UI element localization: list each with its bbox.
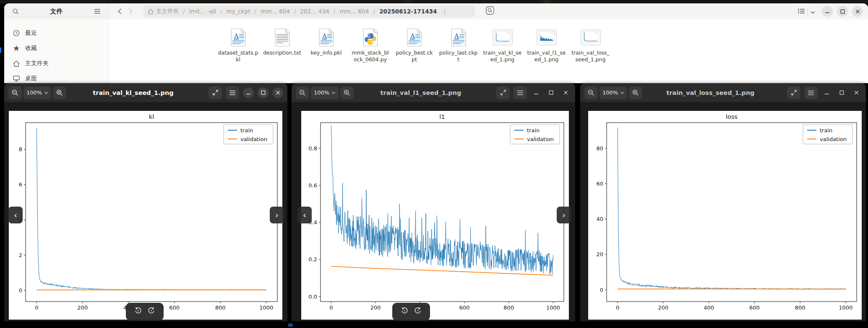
- file-name: policy_best.ckpt: [394, 50, 435, 63]
- rotate-toolbar: [392, 303, 430, 320]
- file-item[interactable]: train_val_l1_seed_1.png: [524, 27, 568, 63]
- next-image-button[interactable]: ›: [270, 207, 284, 223]
- minimize-button[interactable]: [531, 87, 542, 98]
- next-image-button[interactable]: ›: [557, 207, 571, 223]
- viewer-canvas: kl0200400600800100002468trainvalidation …: [4, 102, 287, 321]
- sidebar-item-recent[interactable]: 最近: [8, 26, 105, 40]
- forward-button[interactable]: [125, 6, 136, 17]
- desktop: 文件 主文件夹 /imit… -all /my: [0, 0, 868, 328]
- breadcrumb-item[interactable]: /202… 434: [292, 8, 329, 15]
- viewer-window-controls: [209, 87, 283, 99]
- close-button[interactable]: [851, 87, 862, 98]
- document-icon: A: [316, 27, 336, 48]
- list-view-icon[interactable]: [795, 6, 808, 17]
- svg-text:l1: l1: [439, 113, 445, 120]
- minimize-button[interactable]: [243, 87, 254, 98]
- fullscreen-icon[interactable]: [787, 87, 800, 99]
- chart-thumbnail-icon: [493, 27, 513, 48]
- svg-text:0: 0: [19, 287, 22, 294]
- zoom-in-button[interactable]: [53, 87, 66, 99]
- breadcrumb-item[interactable]: /imit… -all: [181, 8, 216, 15]
- file-item[interactable]: A dataset_stats.pkl: [216, 27, 260, 63]
- file-name: dataset_stats.pkl: [218, 50, 258, 63]
- rotate-left-icon[interactable]: [401, 307, 408, 316]
- menu-icon[interactable]: [226, 87, 239, 99]
- breadcrumb-item[interactable]: /mm… 604: [332, 8, 369, 15]
- svg-text:200: 200: [370, 304, 381, 311]
- view-toggle-button[interactable]: [795, 6, 818, 17]
- window-title: train_val_l1_seed_1.png: [354, 89, 487, 96]
- breadcrumb-item-current[interactable]: /20250612-171434: [371, 8, 437, 15]
- sidebar-item-starred[interactable]: 收藏: [8, 41, 105, 55]
- svg-text:0: 0: [600, 287, 603, 293]
- viewer-headerbar: 100% train_val_l1_seed_1.png: [292, 83, 575, 102]
- svg-text:800: 800: [215, 304, 226, 311]
- minimize-button[interactable]: [822, 6, 833, 17]
- svg-text:0: 0: [616, 304, 619, 311]
- main-menu-icon[interactable]: [92, 6, 103, 17]
- svg-text:0.8: 0.8: [308, 145, 317, 152]
- maximize-button[interactable]: [258, 87, 268, 98]
- menu-icon[interactable]: [804, 87, 818, 99]
- search-icon[interactable]: [10, 6, 21, 17]
- svg-text:600: 600: [749, 304, 760, 311]
- zoom-level-dropdown[interactable]: 100%: [311, 87, 339, 99]
- chevron-down-icon[interactable]: [808, 6, 818, 17]
- maximize-button[interactable]: [545, 87, 556, 98]
- svg-text:kl: kl: [149, 113, 154, 120]
- file-row: A dataset_stats.pkl description.txt A: [216, 27, 613, 63]
- zoom-level-dropdown[interactable]: 100%: [600, 87, 627, 99]
- clock-icon: [13, 30, 20, 37]
- svg-text:8: 8: [19, 146, 22, 152]
- maximize-button[interactable]: [837, 6, 848, 17]
- previous-image-button[interactable]: ‹: [297, 207, 312, 223]
- file-grid: A dataset_stats.pkl description.txt A: [109, 19, 868, 83]
- svg-text:60: 60: [596, 181, 603, 187]
- zoom-out-button[interactable]: [296, 87, 309, 99]
- breadcrumb-item[interactable]: /my_ckpt: [219, 8, 250, 15]
- places-sidebar: 最近 收藏 主文件夹 桌面: [4, 19, 109, 83]
- chevron-down-icon: [44, 92, 48, 94]
- file-item[interactable]: mmk_stack_block_0604.py: [348, 27, 392, 63]
- svg-text:800: 800: [795, 304, 805, 311]
- document-icon: A: [448, 27, 469, 48]
- sidebar-item-home[interactable]: 主文件夹: [8, 56, 105, 71]
- file-item[interactable]: train_val_kl_seed_1.png: [480, 27, 524, 63]
- viewer-canvas: loss02004006008001000020406080trainvalid…: [580, 102, 866, 321]
- svg-text:200: 200: [77, 304, 88, 311]
- file-item[interactable]: A policy_last.ckpt: [436, 27, 480, 63]
- menu-icon[interactable]: [514, 87, 527, 99]
- zoom-in-button[interactable]: [629, 87, 642, 99]
- breadcrumb-item-home[interactable]: 主文件夹: [148, 8, 179, 15]
- zoom-in-button[interactable]: [340, 87, 354, 99]
- folder-search-icon[interactable]: [486, 6, 494, 16]
- breadcrumb-menu-icon[interactable]: ⋮: [442, 8, 448, 15]
- window-title: train_val_loss_seed_1.png: [643, 89, 778, 96]
- text-document-icon: [272, 27, 292, 48]
- fullscreen-icon[interactable]: [209, 87, 222, 99]
- minimize-button[interactable]: [821, 87, 832, 98]
- close-button[interactable]: [852, 6, 863, 17]
- rotate-right-icon[interactable]: [148, 307, 155, 316]
- maximize-button[interactable]: [836, 87, 847, 98]
- rotate-right-icon[interactable]: [414, 307, 422, 316]
- breadcrumb-item[interactable]: /mm… 604: [253, 8, 290, 15]
- previous-image-button[interactable]: ‹: [8, 207, 23, 223]
- file-item[interactable]: A policy_best.ckpt: [392, 27, 436, 63]
- file-item[interactable]: A key_info.pkl: [304, 27, 348, 63]
- close-button[interactable]: [272, 87, 283, 98]
- fullscreen-icon[interactable]: [496, 87, 510, 99]
- svg-text:1000: 1000: [259, 304, 273, 311]
- left-edge-accent: [0, 47, 1, 53]
- sidebar-item-desktop[interactable]: 桌面: [8, 71, 105, 83]
- back-button[interactable]: [114, 6, 125, 17]
- zoom-level-dropdown[interactable]: 100%: [23, 87, 51, 99]
- kl-chart: kl0200400600800100002468trainvalidation: [9, 111, 282, 320]
- file-item[interactable]: train_val_loss_seed_1.png: [568, 27, 613, 63]
- python-file-icon: [360, 27, 381, 48]
- zoom-out-button[interactable]: [8, 87, 22, 99]
- zoom-out-button[interactable]: [584, 87, 598, 99]
- rotate-left-icon[interactable]: [134, 307, 142, 316]
- close-button[interactable]: [560, 87, 571, 98]
- file-item[interactable]: description.txt: [260, 27, 304, 63]
